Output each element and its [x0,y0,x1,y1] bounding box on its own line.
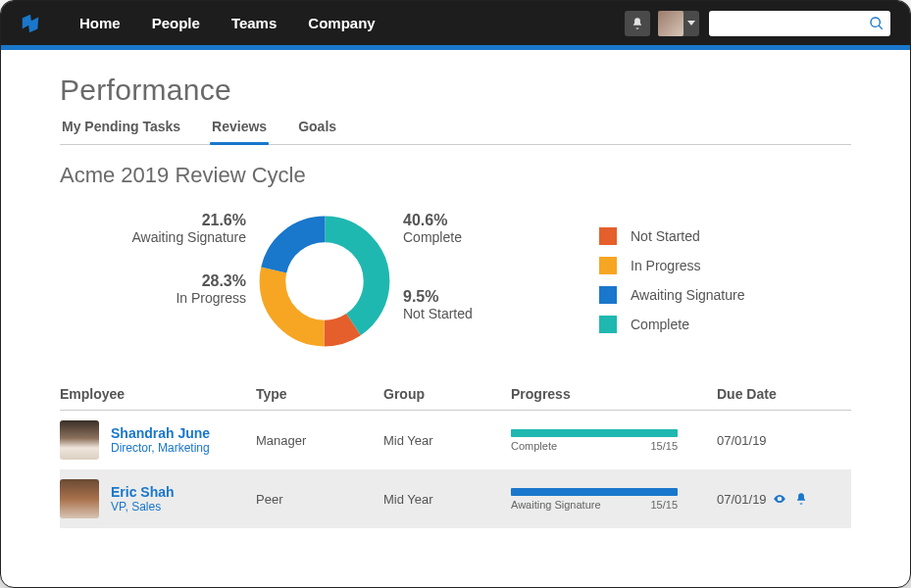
cell-progress: Awaiting Signature 15/15 [511,488,717,511]
notifications-button[interactable] [625,11,650,36]
progress-bar [511,429,678,437]
table-header: Employee Type Group Progress Due Date [60,386,851,411]
section-title: Acme 2019 Review Cycle [60,163,851,188]
cell-type: Peer [256,492,383,507]
review-cycle-chart: 21.6% Awaiting Signature 28.3% In Progre… [60,198,851,365]
app-frame: Home People Teams Company Performance My… [0,0,911,588]
chart-callouts-right: 40.6% Complete 9.5% Not Started [403,198,550,365]
user-menu[interactable] [658,11,699,36]
nav-company[interactable]: Company [308,15,375,31]
nav-people[interactable]: People [152,15,200,31]
callout-notstarted-pct: 9.5% [403,288,550,306]
page-tabs: My Pending Tasks Reviews Goals [60,113,851,145]
reviews-table: Employee Type Group Progress Due Date Sh… [60,386,851,528]
progress-count: 15/15 [650,440,678,452]
th-type: Type [256,386,383,402]
th-employee: Employee [60,386,256,402]
employee-name-link[interactable]: Eric Shah [111,484,175,500]
progress-count: 15/15 [650,499,678,511]
th-progress: Progress [511,386,717,402]
callout-notstarted: 9.5% Not Started [403,288,550,321]
table-row[interactable]: Eric Shah VP, Sales Peer Mid Year Awaiti… [60,469,851,528]
search-icon[interactable] [869,16,885,31]
chart-callouts-left: 21.6% Awaiting Signature 28.3% In Progre… [60,198,246,365]
employee-name-link[interactable]: Shandrah June [111,425,210,441]
chevron-down-icon [687,21,695,25]
legend-not-started: Not Started [599,227,744,245]
callout-inprogress: 28.3% In Progress [60,272,246,306]
callout-complete-pct: 40.6% [403,212,550,229]
swatch-awaiting [599,286,617,304]
table-row[interactable]: Shandrah June Director, Marketing Manage… [60,411,851,469]
callout-awaiting-pct: 21.6% [60,212,246,229]
swatch-complete [599,316,617,333]
tab-reviews[interactable]: Reviews [210,113,269,144]
top-nav-bar: Home People Teams Company [1,1,910,45]
legend-complete: Complete [599,316,744,333]
cell-due-wrap: 07/01/19 [717,492,844,507]
legend-label: Complete [631,317,689,332]
nav-teams[interactable]: Teams [231,15,277,31]
th-group: Group [383,386,511,402]
callout-awaiting: 21.6% Awaiting Signature [60,212,246,245]
eye-icon[interactable] [773,492,786,506]
page-content: Performance My Pending Tasks Reviews Goa… [1,50,910,528]
callout-inprogress-label: In Progress [60,290,246,306]
page-title: Performance [60,74,851,107]
callout-awaiting-label: Awaiting Signature [60,229,246,245]
legend-awaiting: Awaiting Signature [599,286,744,304]
th-due: Due Date [717,386,844,402]
cell-due: 07/01/19 [717,433,844,448]
donut-chart [246,198,403,365]
progress-bar [511,488,678,496]
callout-inprogress-pct: 28.3% [60,272,246,290]
swatch-in-progress [599,257,617,274]
cell-group: Mid Year [383,492,511,507]
chart-legend: Not Started In Progress Awaiting Signatu… [599,227,744,365]
legend-label: Not Started [631,228,700,244]
tab-goals[interactable]: Goals [296,113,338,144]
bell-icon [631,17,644,30]
cell-progress: Complete 15/15 [511,429,717,452]
callout-complete: 40.6% Complete [403,212,550,245]
bell-icon[interactable] [794,492,808,506]
global-search [709,11,890,36]
legend-label: Awaiting Signature [631,287,744,303]
legend-in-progress: In Progress [599,257,744,274]
user-avatar [658,11,683,36]
cell-due: 07/01/19 [717,492,767,507]
legend-label: In Progress [631,258,701,273]
donut-hole [292,249,358,315]
callout-complete-label: Complete [403,229,550,245]
tab-pending-tasks[interactable]: My Pending Tasks [60,113,182,144]
callout-notstarted-label: Not Started [403,306,550,321]
employee-avatar [60,479,99,518]
employee-role: VP, Sales [111,500,175,514]
search-input[interactable] [709,11,890,36]
swatch-not-started [599,227,617,245]
app-logo[interactable] [1,13,60,34]
primary-nav: Home People Teams Company [79,15,376,31]
employee-role: Director, Marketing [111,441,210,455]
progress-status: Awaiting Signature [511,499,601,511]
progress-status: Complete [511,440,557,452]
cell-type: Manager [256,433,383,448]
nav-home[interactable]: Home [79,15,121,31]
cell-group: Mid Year [383,433,511,448]
employee-avatar [60,420,99,460]
